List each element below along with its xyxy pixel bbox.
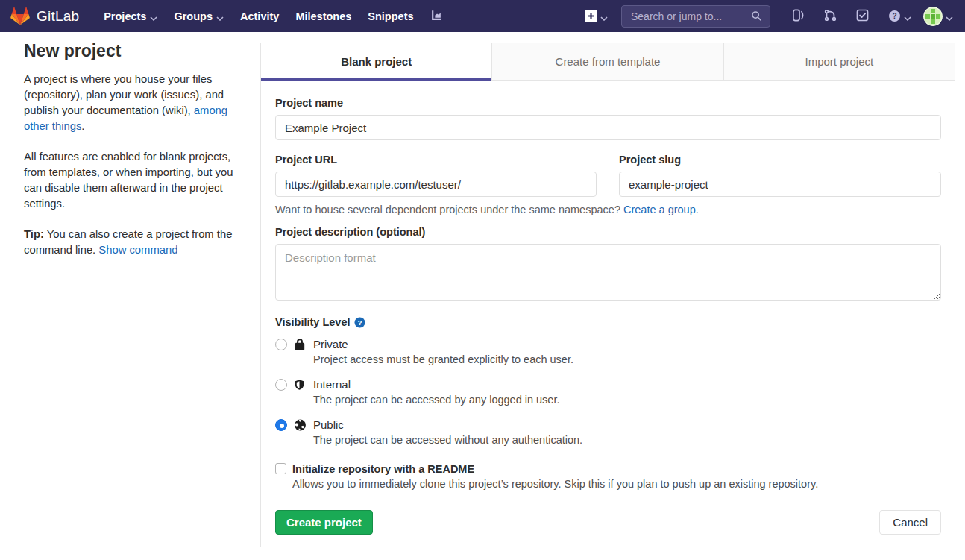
intro-paragraph: A project is where you house your files … <box>24 72 238 134</box>
initialize-readme-row: Initialize repository with a README Allo… <box>275 462 941 492</box>
new-menu-button[interactable] <box>585 10 608 23</box>
show-command-link[interactable]: Show command <box>98 244 177 256</box>
nav-activity[interactable]: Activity <box>232 0 287 32</box>
project-slug-label: Project slug <box>619 154 941 166</box>
shield-icon <box>294 378 307 391</box>
help-menu-button[interactable]: ? <box>878 10 919 23</box>
issues-dashboard-link[interactable] <box>782 9 814 24</box>
todos-link[interactable] <box>846 9 878 24</box>
help-icon: ? <box>888 10 901 22</box>
chevron-down-icon <box>600 11 608 23</box>
tip-paragraph: Tip: You can also create a project from … <box>24 227 238 258</box>
project-url-label: Project URL <box>275 154 597 166</box>
lock-icon <box>294 338 307 351</box>
search-input[interactable] <box>629 10 751 23</box>
bar-chart-icon <box>430 9 443 24</box>
tab-blank-project[interactable]: Blank project <box>261 43 491 80</box>
todo-check-icon <box>856 9 869 24</box>
readme-desc: Allows you to immediately clone this pro… <box>292 476 818 492</box>
visibility-level-label: Visibility Level ? <box>275 316 941 328</box>
svg-text:?: ? <box>358 318 362 326</box>
visibility-option-internal: Internal The project can be accessed by … <box>275 377 941 408</box>
create-project-button[interactable]: Create project <box>275 510 373 535</box>
project-url-input[interactable] <box>275 172 597 197</box>
page-title: New project <box>24 41 238 61</box>
project-name-label: Project name <box>275 97 941 109</box>
globe-icon <box>294 418 307 432</box>
readme-label: Initialize repository with a README <box>292 462 818 476</box>
project-type-tabs: Blank project Create from template Impor… <box>261 43 955 81</box>
nav-milestones[interactable]: Milestones <box>287 0 359 32</box>
project-slug-input[interactable] <box>619 172 941 197</box>
project-description-textarea[interactable] <box>275 244 941 301</box>
visibility-option-private: Private Project access must be granted e… <box>275 337 941 368</box>
project-description-label: Project description (optional) <box>275 226 941 238</box>
user-menu-button[interactable] <box>923 7 953 26</box>
tab-create-from-template[interactable]: Create from template <box>491 43 723 80</box>
public-option-name: Public <box>313 418 582 432</box>
issues-icon <box>792 9 805 24</box>
visibility-option-public: Public The project can be accessed witho… <box>275 418 941 448</box>
gitlab-home-link[interactable]: GitLab <box>10 7 79 25</box>
new-project-sidebar: New project A project is where you house… <box>24 41 238 273</box>
plus-icon <box>585 10 597 22</box>
search-icon <box>751 10 762 22</box>
create-a-group-link[interactable]: Create a group <box>623 204 696 215</box>
svg-text:?: ? <box>892 12 896 20</box>
tab-import-project[interactable]: Import project <box>723 43 955 80</box>
private-radio[interactable] <box>275 339 287 350</box>
private-option-desc: Project access must be granted explicitl… <box>313 352 573 368</box>
namespace-hint: Want to house several dependent projects… <box>275 204 941 215</box>
nav-snippets[interactable]: Snippets <box>359 0 421 32</box>
new-project-panel: Blank project Create from template Impor… <box>260 43 955 547</box>
internal-radio[interactable] <box>275 379 287 391</box>
gitlab-tanuki-logo-icon <box>10 7 30 25</box>
chevron-down-icon <box>216 11 224 23</box>
top-navbar: GitLab Projects Groups Activity Mileston… <box>0 0 965 32</box>
merge-request-icon <box>824 9 837 24</box>
visibility-help-icon[interactable]: ? <box>354 317 365 328</box>
internal-option-desc: The project can be accessed by any logge… <box>313 392 559 408</box>
global-search <box>621 5 770 28</box>
public-radio[interactable] <box>275 419 287 431</box>
chevron-down-icon <box>946 11 953 23</box>
public-option-desc: The project can be accessed without any … <box>313 432 582 448</box>
merge-requests-link[interactable] <box>814 9 846 24</box>
chevron-down-icon <box>904 11 911 23</box>
nav-projects[interactable]: Projects <box>95 0 166 32</box>
private-option-name: Private <box>313 337 573 352</box>
cancel-button[interactable]: Cancel <box>879 510 941 535</box>
chevron-down-icon <box>150 11 157 23</box>
initialize-readme-checkbox[interactable] <box>275 463 286 474</box>
avatar <box>923 7 943 26</box>
nav-groups[interactable]: Groups <box>166 0 232 32</box>
blank-project-form: Project name Project URL Project slug Wa… <box>261 81 955 547</box>
internal-option-name: Internal <box>313 377 559 392</box>
brand-name: GitLab <box>37 8 79 25</box>
features-paragraph: All features are enabled for blank proje… <box>24 149 238 212</box>
project-name-input[interactable] <box>275 115 941 140</box>
instance-statistics-link[interactable] <box>422 9 451 24</box>
